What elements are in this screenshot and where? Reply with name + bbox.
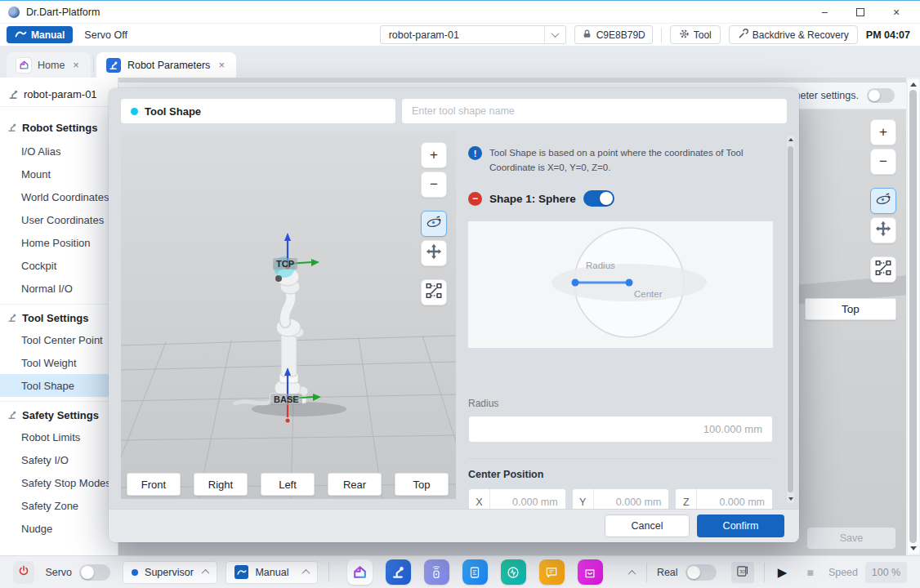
sidebar-item-tool-shape[interactable]: Tool Shape — [0, 374, 118, 397]
speed-label: Speed — [828, 567, 858, 578]
role-select[interactable]: Supervisor — [123, 561, 217, 584]
confirm-button[interactable]: Confirm — [697, 514, 784, 537]
sidebar-item-home-position[interactable]: Home Position — [0, 231, 118, 254]
clock-text: PM 04:07 — [866, 29, 910, 41]
app-home-icon[interactable] — [347, 559, 373, 585]
pan-button[interactable] — [870, 217, 896, 243]
center-z-input[interactable]: Z 0.000 mm — [675, 488, 773, 509]
tab-home-close-icon[interactable]: × — [71, 59, 81, 71]
shape-header-row: − Shape 1: Sphere — [468, 190, 614, 207]
zoom-in-button[interactable]: + — [421, 142, 447, 168]
app-task-editor-icon[interactable] — [462, 559, 488, 585]
app-store-icon[interactable] — [578, 559, 603, 585]
device-id-box[interactable]: C9E8B79D — [574, 25, 653, 44]
close-button[interactable]: × — [881, 2, 912, 22]
tool-button[interactable]: Tool — [670, 25, 721, 44]
scrollbar-thumb[interactable] — [909, 90, 917, 543]
zoom-out-button[interactable]: − — [870, 149, 896, 175]
view-right-button[interactable]: Right — [194, 473, 248, 496]
scroll-up-icon[interactable] — [788, 138, 793, 141]
sidebar-item-normal-io[interactable]: Normal I/O — [0, 277, 118, 300]
speed-value-box[interactable]: 100 % — [865, 562, 907, 583]
sidebar-item-robot-limits[interactable]: Robot Limits — [0, 425, 118, 448]
scroll-up-icon[interactable] — [910, 82, 917, 87]
play-button[interactable]: ▶ — [778, 565, 788, 580]
pan-move-icon — [874, 220, 892, 242]
sidebar-item-tool-center-point[interactable]: Tool Center Point — [0, 328, 118, 351]
app-robot-parameters-icon[interactable] — [386, 559, 411, 585]
sidebar-item-cockpit[interactable]: Cockpit — [0, 254, 118, 277]
real-mode-toggle[interactable] — [686, 564, 717, 581]
scrollbar-thumb[interactable] — [788, 146, 793, 492]
zoom-out-button[interactable]: − — [421, 172, 447, 198]
app-monitoring-icon[interactable] — [501, 559, 526, 585]
section-safety-settings[interactable]: Safety Settings — [0, 401, 118, 425]
shape-enable-toggle[interactable] — [583, 190, 614, 207]
robot-arm-icon — [15, 29, 27, 41]
sidebar-item-mount[interactable]: Mount — [0, 163, 118, 185]
info-text: Tool Shape is based on a point where the… — [489, 146, 763, 176]
orbit-rotate-button[interactable] — [870, 188, 896, 214]
sidebar-item-safety-zone[interactable]: Safety Zone — [0, 494, 118, 517]
top-view-button[interactable]: Top — [805, 298, 896, 320]
chevron-down-icon — [544, 26, 565, 43]
app-message-icon[interactable] — [539, 559, 565, 585]
stop-button[interactable]: ■ — [806, 566, 813, 579]
view-left-button[interactable]: Left — [261, 473, 315, 496]
scroll-down-icon[interactable] — [788, 497, 793, 501]
center-x-input[interactable]: X 0.000 mm — [468, 488, 566, 509]
power-button[interactable] — [13, 561, 34, 584]
sidebar-param-header[interactable]: robot-param-01 — [0, 82, 118, 107]
dialog-3d-viewport[interactable]: TCP BASE + − Front — [121, 131, 456, 499]
mode-select[interactable]: Manual — [226, 561, 318, 584]
save-button[interactable]: Save — [807, 528, 895, 549]
sidebar-item-safety-io[interactable]: Safety I/O — [0, 448, 118, 471]
sidebar-item-safety-stop-modes[interactable]: Safety Stop Modes — [0, 471, 118, 494]
base-label: BASE — [270, 394, 302, 405]
scene-view-controls: + − — [870, 119, 896, 283]
window-scrollbar[interactable] — [907, 79, 919, 554]
view-rear-button[interactable]: Rear — [328, 473, 382, 496]
sidebar-item-tool-weight[interactable]: Tool Weight — [0, 351, 118, 374]
sidebar-param-label: robot-param-01 — [24, 88, 97, 100]
maximize-button[interactable] — [845, 2, 876, 22]
tab-home[interactable]: Home × — [7, 52, 91, 78]
sidebar-item-user-coordinates[interactable]: User Coordinates — [0, 208, 118, 231]
servo-toggle[interactable] — [79, 564, 110, 581]
panel-scrollbar[interactable] — [787, 136, 794, 503]
tab-robot-parameters[interactable]: Robot Parameters × — [96, 52, 236, 78]
minimize-button[interactable]: − — [809, 2, 840, 22]
maximize-icon — [856, 8, 864, 16]
robot-param-select[interactable]: robot-param-01 — [380, 25, 566, 44]
dialog-footer: Cancel Confirm — [109, 509, 799, 542]
view-top-button[interactable]: Top — [395, 473, 449, 496]
sidebar-item-world-coordinates[interactable]: World Coordinates — [0, 185, 118, 208]
settings-lock-toggle[interactable] — [867, 88, 895, 103]
measure-button[interactable] — [870, 256, 896, 283]
measure-button[interactable] — [421, 279, 447, 305]
app-teach-pendant-icon[interactable] — [424, 559, 449, 585]
tab-robot-parameters-close-icon[interactable]: × — [217, 59, 226, 71]
remove-shape-icon[interactable]: − — [468, 192, 482, 206]
role-status-dot-icon — [132, 569, 138, 576]
pan-button[interactable] — [421, 240, 447, 266]
radius-input[interactable]: 100.000 mm — [468, 416, 773, 443]
collapse-dock-button[interactable] — [629, 567, 635, 578]
scroll-down-icon[interactable] — [910, 546, 917, 550]
cancel-button[interactable]: Cancel — [605, 514, 690, 537]
sidebar-item-io-alias[interactable]: I/O Alias — [0, 140, 118, 163]
manual-mode-badge[interactable]: Manual — [7, 26, 73, 43]
section-robot-settings[interactable]: Robot Settings — [0, 115, 118, 140]
section-tool-settings[interactable]: Tool Settings — [0, 304, 118, 328]
center-y-input[interactable]: Y 0.000 mm — [572, 488, 670, 509]
view-front-button[interactable]: Front — [127, 473, 181, 496]
tab-strip: Home × Robot Parameters × — [0, 47, 920, 78]
zoom-in-button[interactable]: + — [870, 119, 896, 145]
sidebar-item-nudge[interactable]: Nudge — [0, 517, 118, 540]
app-logo-icon — [8, 7, 20, 18]
tool-shape-name-input[interactable] — [402, 99, 787, 123]
orbit-rotate-button[interactable] — [421, 211, 447, 237]
tcp-label: TCP — [273, 258, 297, 270]
simulation-3d-button[interactable]: 3D — [731, 562, 754, 583]
backdrive-recovery-button[interactable]: Backdrive & Recovery — [729, 25, 858, 44]
